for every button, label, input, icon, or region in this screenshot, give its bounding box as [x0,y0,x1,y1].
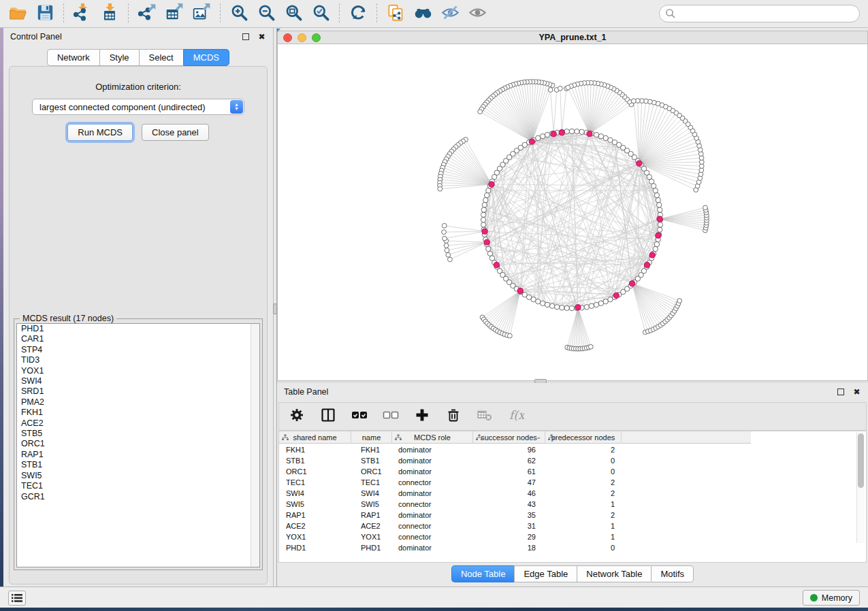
mcds-result-item[interactable]: STB1 [17,460,259,470]
network-window-titlebar[interactable]: YPA_prune.txt_1 [277,31,868,44]
mcds-result-item[interactable]: TEC1 [17,481,259,491]
import-table-button[interactable] [96,2,123,25]
search-box [659,5,860,22]
cell-shared-name: YOX1 [279,533,351,541]
table-row[interactable]: STB1STB1dominator620 [279,455,866,466]
mcds-result-item[interactable]: PMA2 [17,397,259,408]
tab-motifs[interactable]: Motifs [651,565,694,582]
mcds-result-item[interactable]: TID3 [17,355,259,365]
zoom-fit-button[interactable] [280,2,307,25]
mcds-result-item[interactable]: FKH1 [17,408,259,418]
mcds-result-item[interactable]: SRD1 [17,386,259,397]
float-table-panel-icon[interactable] [837,388,846,397]
zoom-out-button[interactable] [253,2,280,25]
show-hidden-button[interactable] [464,2,491,25]
cell-MCDS-role: dominator [392,489,473,497]
mcds-result-item[interactable]: SWI4 [17,376,259,386]
table-row[interactable]: RAP1RAP1dominator352 [279,510,866,521]
zoom-selected-button[interactable] [307,2,334,25]
toolbar-separator [63,3,64,24]
close-panel-icon[interactable]: ✖ [257,33,266,42]
mcds-result-item[interactable]: SWI5 [17,471,259,481]
cell-successor-nodes: 35 [473,511,545,519]
table-row[interactable]: SWI5SWI5connector431 [279,499,866,510]
add-column-button[interactable] [414,406,430,427]
task-history-button[interactable] [8,591,26,606]
hide-selected-button[interactable] [436,2,464,25]
cell-MCDS-role: dominator [392,446,473,454]
show-columns-button[interactable] [320,406,336,427]
cell-MCDS-role: dominator [392,544,473,552]
tab-node-table[interactable]: Node Table [451,565,515,582]
table-delete-icon [477,407,493,426]
mcds-result-item[interactable]: CAR1 [17,334,259,344]
search-network-button[interactable] [409,2,436,25]
cell-MCDS-role: dominator [392,511,473,519]
export-table-button[interactable] [161,2,188,25]
table-scrollbar-thumb[interactable] [858,433,864,488]
zoom-out-icon [257,3,276,24]
memory-button[interactable]: Memory [803,590,860,606]
tab-network[interactable]: Network [47,49,99,66]
node-table: shared namenameMCDS rolesuccessor nodes⌄… [278,431,867,563]
mcds-result-item[interactable]: ORC1 [17,439,259,449]
cell-predecessor-nodes: 2 [545,511,622,519]
tab-mcds[interactable]: MCDS [183,49,229,66]
table-row[interactable]: SWI4SWI4dominator462 [279,488,866,499]
cell-name: FKH1 [351,446,392,454]
export-network-button[interactable] [133,2,161,25]
cell-name: RAP1 [351,511,392,519]
table-row[interactable]: FKH1FKH1dominator962 [279,444,866,455]
mcds-result-item[interactable]: YOX1 [17,366,259,376]
mcds-result-item[interactable]: GCR1 [17,492,259,502]
delete-column-button[interactable] [445,406,462,427]
import-network-button[interactable] [69,2,96,25]
select-all-rows-button[interactable] [351,406,368,427]
close-panel-button[interactable]: Close panel [142,124,209,141]
optimization-criterion-select[interactable]: largest connected component (undirected)… [32,99,244,115]
cell-name: SWI4 [351,489,392,497]
column-header-name[interactable]: name [351,431,392,444]
mcds-result-item[interactable]: ACE2 [17,418,259,429]
tab-network-table[interactable]: Network Table [577,565,651,582]
mcds-result-item[interactable]: RAP1 [17,450,259,460]
open-file-button[interactable] [4,2,31,25]
table-row[interactable]: TEC1TEC1connector472 [279,477,866,488]
run-mcds-button[interactable]: Run MCDS [67,124,133,141]
tab-select[interactable]: Select [139,49,183,66]
column-header-shared-name[interactable]: shared name [279,431,351,444]
refresh-button[interactable] [344,2,372,25]
export-image-button[interactable] [188,2,215,25]
copy-style-icon [387,3,405,24]
column-header-MCDS-role[interactable]: MCDS role [392,431,473,444]
table-scrollbar[interactable] [856,432,865,543]
table-settings-button[interactable] [289,406,305,427]
column-header-successor-nodes[interactable]: successor nodes⌄ [473,431,545,444]
search-input[interactable] [659,5,860,22]
close-table-panel-icon[interactable]: ✖ [852,388,861,397]
mcds-list-scrollbar[interactable] [251,324,259,567]
table-row[interactable]: ACE2ACE2connector311 [279,521,866,531]
copy-style-button[interactable] [382,2,409,25]
mcds-result-item[interactable]: STP4 [17,345,259,355]
memory-status-icon [810,594,818,601]
network-canvas[interactable] [277,44,868,381]
column-header-predecessor-nodes[interactable]: predecessor nodes [545,431,622,444]
cell-predecessor-nodes: 2 [545,478,622,486]
table-row[interactable]: YOX1YOX1connector291 [279,531,866,542]
tab-style[interactable]: Style [99,49,139,66]
cell-shared-name: FKH1 [279,446,351,454]
cell-predecessor-nodes: 0 [545,467,622,476]
cell-predecessor-nodes: 1 [545,533,622,541]
deselect-all-rows-button[interactable] [383,406,399,427]
table-row[interactable]: ORC1ORC1dominator610 [279,466,866,477]
mcds-result-item[interactable]: STB5 [17,429,259,439]
mcds-result-item[interactable]: PHD1 [17,324,259,334]
float-panel-icon[interactable] [242,33,251,42]
memory-label: Memory [822,593,852,603]
table-row[interactable]: PHD1PHD1dominator180 [279,542,866,553]
tab-edge-table[interactable]: Edge Table [514,565,577,582]
toolbar-separator [128,3,129,24]
zoom-in-button[interactable] [225,2,253,25]
save-session-button[interactable] [31,2,59,25]
